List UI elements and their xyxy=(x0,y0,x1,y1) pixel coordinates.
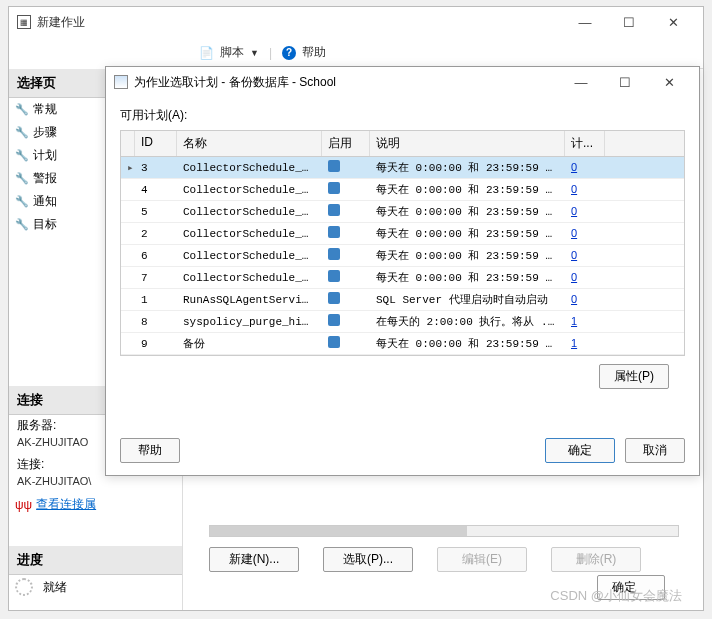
toolbar: 📄 脚本 ▼ | ? 帮助 xyxy=(189,37,703,69)
table-row[interactable]: 8syspolicy_purge_his...在每天的 2:00:00 执行。将… xyxy=(121,311,684,333)
minimize-button[interactable]: — xyxy=(563,8,607,36)
close-button[interactable]: ✕ xyxy=(651,8,695,36)
wrench-icon: 🔧 xyxy=(15,126,29,139)
enabled-checkbox[interactable] xyxy=(328,182,340,194)
enabled-checkbox[interactable] xyxy=(328,204,340,216)
script-icon: 📄 xyxy=(199,46,214,60)
connection-value: AK-ZHUJITAO\ xyxy=(9,475,182,493)
wrench-icon: 🔧 xyxy=(15,149,29,162)
dialog-titlebar: 为作业选取计划 - 备份数据库 - School — ☐ ✕ xyxy=(106,67,699,97)
wrench-icon: 🔧 xyxy=(15,103,29,116)
progress-header: 进度 xyxy=(9,546,182,575)
dialog-help-button[interactable]: 帮助 xyxy=(120,438,180,463)
help-icon: ? xyxy=(282,46,296,60)
dialog-minimize-button[interactable]: — xyxy=(559,68,603,96)
enabled-checkbox[interactable] xyxy=(328,270,340,282)
connection-icon: ψψ xyxy=(15,498,32,512)
pick-button[interactable]: 选取(P)... xyxy=(323,547,413,572)
titlebar: ▦ 新建作业 — ☐ ✕ xyxy=(9,7,703,37)
enabled-checkbox[interactable] xyxy=(328,336,340,348)
count-link[interactable]: 0 xyxy=(571,205,577,217)
enabled-checkbox[interactable] xyxy=(328,314,340,326)
dialog-maximize-button[interactable]: ☐ xyxy=(603,68,647,96)
enabled-checkbox[interactable] xyxy=(328,248,340,260)
script-dropdown-icon[interactable]: ▼ xyxy=(250,48,259,58)
footer-buttons: 确定 xyxy=(597,575,685,600)
table-row[interactable]: 7CollectorSchedule_E...每天在 0:00:00 和 23:… xyxy=(121,267,684,289)
dialog-title: 为作业选取计划 - 备份数据库 - School xyxy=(134,74,336,91)
schedule-grid: ID 名称 启用 说明 计... ▸3CollectorSchedule_E..… xyxy=(120,130,685,356)
col-desc[interactable]: 说明 xyxy=(370,131,565,156)
col-id[interactable]: ID xyxy=(135,131,177,156)
table-row[interactable]: 2CollectorSchedule_E...每天在 0:00:00 和 23:… xyxy=(121,223,684,245)
enabled-checkbox[interactable] xyxy=(328,292,340,304)
grid-header: ID 名称 启用 说明 计... xyxy=(121,131,684,157)
app-icon: ▦ xyxy=(17,15,31,29)
dialog-close-button[interactable]: ✕ xyxy=(647,68,691,96)
ok-button[interactable]: 确定 xyxy=(597,575,665,600)
count-link[interactable]: 0 xyxy=(571,227,577,239)
spinner-icon xyxy=(15,578,33,596)
count-link[interactable]: 0 xyxy=(571,183,577,195)
table-row[interactable]: 9备份每天在 0:00:00 和 23:59:59 ...1 xyxy=(121,333,684,355)
enabled-checkbox[interactable] xyxy=(328,226,340,238)
wrench-icon: 🔧 xyxy=(15,195,29,208)
dialog-ok-button[interactable]: 确定 xyxy=(545,438,615,463)
new-button[interactable]: 新建(N)... xyxy=(209,547,299,572)
col-count[interactable]: 计... xyxy=(565,131,605,156)
count-link[interactable]: 0 xyxy=(571,161,577,173)
table-row[interactable]: 4CollectorSchedule_E...每天在 0:00:00 和 23:… xyxy=(121,179,684,201)
progress-status: 就绪 xyxy=(9,575,182,599)
dialog-footer: 帮助 确定 取消 xyxy=(106,428,699,475)
table-row[interactable]: ▸3CollectorSchedule_E...每天在 0:00:00 和 23… xyxy=(121,157,684,179)
horizontal-scrollbar[interactable] xyxy=(209,525,679,537)
delete-button: 删除(R) xyxy=(551,547,641,572)
wrench-icon: 🔧 xyxy=(15,218,29,231)
properties-button[interactable]: 属性(P) xyxy=(599,364,669,389)
table-row[interactable]: 6CollectorSchedule_E...每天在 0:00:00 和 23:… xyxy=(121,245,684,267)
view-connection-link[interactable]: ψψ查看连接属 xyxy=(9,493,182,516)
table-row[interactable]: 1RunAsSQLAgentServic...SQL Server 代理启动时自… xyxy=(121,289,684,311)
wrench-icon: 🔧 xyxy=(15,172,29,185)
schedule-action-row: 新建(N)... 选取(P)... 编辑(E) 删除(R) xyxy=(209,547,679,572)
script-label[interactable]: 脚本 xyxy=(220,44,244,61)
table-row[interactable]: 5CollectorSchedule_E...每天在 0:00:00 和 23:… xyxy=(121,201,684,223)
pick-schedule-dialog: 为作业选取计划 - 备份数据库 - School — ☐ ✕ 可用计划(A): … xyxy=(105,66,700,476)
count-link[interactable]: 0 xyxy=(571,271,577,283)
col-enabled[interactable]: 启用 xyxy=(322,131,370,156)
count-link[interactable]: 0 xyxy=(571,249,577,261)
maximize-button[interactable]: ☐ xyxy=(607,8,651,36)
help-label[interactable]: 帮助 xyxy=(302,44,326,61)
dialog-icon xyxy=(114,75,128,89)
available-schedules-label: 可用计划(A): xyxy=(120,103,685,130)
count-link[interactable]: 0 xyxy=(571,293,577,305)
dialog-cancel-button[interactable]: 取消 xyxy=(625,438,685,463)
window-title: 新建作业 xyxy=(37,14,85,31)
enabled-checkbox[interactable] xyxy=(328,160,340,172)
col-name[interactable]: 名称 xyxy=(177,131,322,156)
count-link[interactable]: 1 xyxy=(571,315,577,327)
count-link[interactable]: 1 xyxy=(571,337,577,349)
edit-button: 编辑(E) xyxy=(437,547,527,572)
